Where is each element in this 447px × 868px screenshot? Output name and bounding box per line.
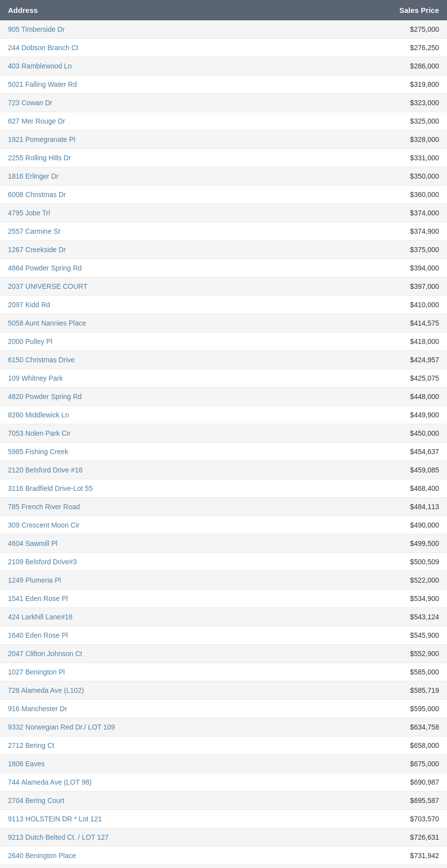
row-price: $484,113 — [410, 503, 439, 511]
row-price: $331,000 — [410, 154, 439, 162]
price-column-header: Sales Price — [399, 6, 439, 14]
row-address: 4795 Jobe Trl — [8, 209, 50, 217]
row-address: 785 French River Road — [8, 503, 80, 511]
row-address: 627 Mer Rouge Dr — [8, 117, 65, 125]
row-price: $499,500 — [410, 539, 439, 547]
row-address: 4864 Powder Spring Rd — [8, 264, 82, 272]
table-row: 6150 Christmas Drive$424,957 — [0, 351, 447, 369]
row-price: $450,000 — [410, 429, 439, 437]
table-row: 9205 Dutch Belted Ct. / LOT 125$780,177 — [0, 865, 447, 868]
row-price: $585,000 — [410, 668, 439, 676]
row-address: 8260 Middlewick Ln — [8, 411, 69, 419]
table-row: 1541 Eden Rose Pl$534,900 — [0, 590, 447, 608]
row-address: 424 Larkhill Lane#18 — [8, 613, 73, 621]
row-price: $394,000 — [410, 264, 439, 272]
row-address: 1921 Pomegranate Pl — [8, 135, 75, 143]
table-row: 7053 Nolen Park Cir$450,000 — [0, 424, 447, 443]
table-row: 2640 Benington Place$731,942 — [0, 847, 447, 865]
row-price: $543,124 — [410, 613, 439, 621]
table-row: 3116 Bradfield Drive-Lot 55$468,400 — [0, 479, 447, 498]
row-address: 5985 Fishing Creek — [8, 448, 68, 456]
row-price: $454,637 — [410, 448, 439, 456]
row-address: 723 Cowan Dr — [8, 99, 53, 107]
row-address: 109 Whitney Park — [8, 374, 63, 382]
table-row: 1806 Eaves$675,000 — [0, 755, 447, 773]
table-row: 4820 Powder Spring Rd$448,000 — [0, 388, 447, 406]
address-column-header: Address — [8, 6, 38, 14]
row-price: $325,000 — [410, 117, 439, 125]
row-address: 403 Ramblewood Ln — [8, 62, 72, 70]
row-address: 2109 Belsford Drive#3 — [8, 558, 77, 566]
row-price: $703,570 — [410, 815, 439, 823]
row-price: $350,000 — [410, 172, 439, 180]
row-address: 4820 Powder Spring Rd — [8, 393, 82, 401]
row-address: 744 Alameda Ave (LOT 98) — [8, 778, 91, 786]
row-price: $658,000 — [410, 741, 439, 749]
row-address: 1541 Eden Rose Pl — [8, 595, 68, 602]
row-address: 2047 Clifton Johnson Ct — [8, 650, 82, 658]
row-price: $690,987 — [410, 778, 439, 786]
row-address: 2097 Kidd Rd — [8, 301, 50, 309]
table-row: 2037 UNIVERSE COURT$397,000 — [0, 277, 447, 296]
table-row: 8260 Middlewick Ln$449,900 — [0, 406, 447, 424]
row-address: 916 Manchester Dr — [8, 705, 67, 713]
table-row: 9332 Norwegian Red Dr./ LOT 109$634,758 — [0, 718, 447, 736]
table-row: 1267 Creekside Dr$375,000 — [0, 241, 447, 259]
row-price: $448,000 — [410, 393, 439, 401]
row-address: 4604 Sawmill Pl — [8, 539, 58, 547]
row-price: $424,957 — [410, 356, 439, 364]
row-address: 1816 Erlinger Dr — [8, 172, 59, 180]
row-price: $585,719 — [410, 686, 439, 694]
row-price: $534,900 — [410, 595, 439, 602]
row-price: $374,900 — [410, 227, 439, 235]
table-row: 723 Cowan Dr$323,000 — [0, 94, 447, 112]
table-row: 627 Mer Rouge Dr$325,000 — [0, 112, 447, 131]
row-price: $410,000 — [410, 301, 439, 309]
row-price: $425,075 — [410, 374, 439, 382]
row-address: 1249 Plumeria Pl — [8, 576, 61, 584]
row-address: 2000 Pulley Pl — [8, 337, 53, 345]
row-price: $468,400 — [410, 484, 439, 492]
row-address: 2120 Belsford Drive #16 — [8, 466, 82, 474]
table-row: 916 Manchester Dr$595,000 — [0, 700, 447, 718]
table-row: 1640 Eden Rose Pl$545,900 — [0, 626, 447, 645]
row-price: $634,758 — [410, 723, 439, 731]
row-price: $545,900 — [410, 631, 439, 639]
row-address: 5021 Falling Water Rd — [8, 80, 77, 88]
row-price: $726,631 — [410, 833, 439, 841]
row-price: $374,000 — [410, 209, 439, 217]
table-row: 9213 Dutch Belted Ct. / LOT 127$726,631 — [0, 828, 447, 847]
row-address: 905 Timberside Dr — [8, 25, 65, 33]
row-price: $500,509 — [410, 558, 439, 566]
row-address: 1640 Eden Rose Pl — [8, 631, 68, 639]
row-price: $275,000 — [410, 25, 439, 33]
table-row: 1921 Pomegranate Pl$328,000 — [0, 131, 447, 149]
table-row: 5985 Fishing Creek$454,637 — [0, 443, 447, 461]
table-row: 2000 Pulley Pl$418,000 — [0, 333, 447, 351]
row-address: 1027 Benington Pl — [8, 668, 65, 676]
row-address: 3116 Bradfield Drive-Lot 55 — [8, 484, 92, 492]
row-price: $286,000 — [410, 62, 439, 70]
row-price: $414,575 — [410, 319, 439, 327]
table-body: 905 Timberside Dr$275,000244 Dobson Bran… — [0, 20, 447, 868]
table-row: 2712 Bering Ct$658,000 — [0, 736, 447, 755]
row-price: $397,000 — [410, 282, 439, 290]
table-row: 403 Ramblewood Ln$286,000 — [0, 57, 447, 75]
row-address: 6008 Christmas Dr — [8, 191, 66, 199]
table-row: 1816 Erlinger Dr$350,000 — [0, 167, 447, 186]
table-row: 4864 Powder Spring Rd$394,000 — [0, 259, 447, 277]
row-price: $731,942 — [410, 852, 439, 860]
table-row: 744 Alameda Ave (LOT 98)$690,987 — [0, 773, 447, 792]
row-address: 309 Crescent Moon Cir — [8, 521, 79, 529]
table-row: 2097 Kidd Rd$410,000 — [0, 296, 447, 314]
row-address: 2640 Benington Place — [8, 852, 76, 860]
row-price: $695,587 — [410, 797, 439, 804]
row-address: 7053 Nolen Park Cir — [8, 429, 71, 437]
table-row: 1249 Plumeria Pl$522,000 — [0, 571, 447, 590]
row-price: $552,900 — [410, 650, 439, 658]
property-table: Address Sales Price 905 Timberside Dr$27… — [0, 0, 447, 868]
table-row: 9113 HOLSTEIN DR * Lot 121$703,570 — [0, 810, 447, 828]
row-price: $323,000 — [410, 99, 439, 107]
table-row: 109 Whitney Park$425,075 — [0, 369, 447, 388]
row-price: $328,000 — [410, 135, 439, 143]
